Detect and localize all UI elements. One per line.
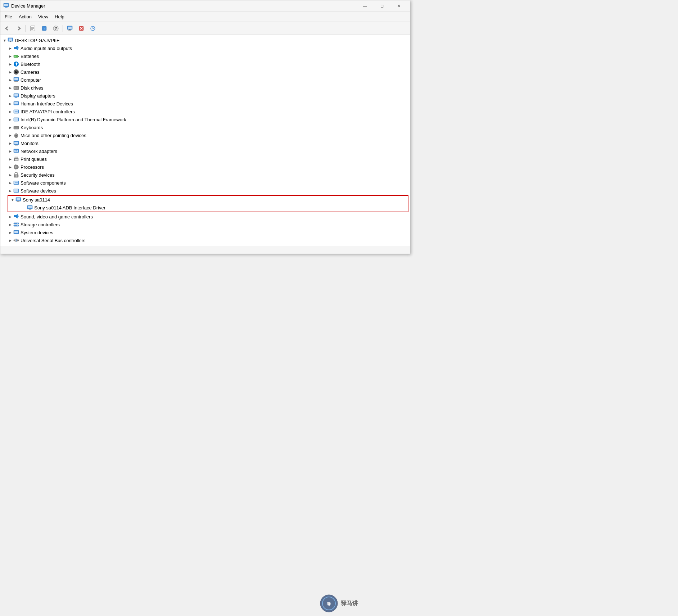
computer-expander[interactable]: ►	[8, 77, 13, 83]
svg-text:驿: 驿	[327, 602, 331, 606]
svg-rect-59	[14, 128, 18, 128]
tree-item-mice[interactable]: ► Mice and other pointing devices	[0, 131, 410, 139]
keyboards-expander[interactable]: ►	[8, 124, 13, 130]
close-button[interactable]: ✕	[391, 1, 407, 11]
svg-rect-3	[5, 8, 8, 8]
sony-child-icon	[27, 205, 33, 210]
uninstall-button[interactable]	[76, 23, 87, 33]
tree-item-processors[interactable]: ► Processors	[0, 163, 410, 171]
sound-expander[interactable]: ►	[8, 214, 13, 219]
svg-rect-58	[17, 127, 18, 127]
hid-expander[interactable]: ►	[8, 101, 13, 107]
svg-rect-57	[16, 127, 17, 127]
tree-item-ide[interactable]: ► IDE ATA/ATAPI controllers	[0, 108, 410, 116]
cameras-icon	[13, 69, 19, 75]
software-expander[interactable]: ►	[8, 180, 13, 186]
mice-expander[interactable]: ►	[8, 132, 13, 138]
minimize-button[interactable]: —	[357, 1, 373, 11]
sony-expander[interactable]: ▼	[10, 197, 15, 203]
svg-rect-97	[29, 209, 31, 210]
diskdrives-icon	[13, 85, 19, 91]
tree-item-print[interactable]: ► Print queues	[0, 155, 410, 163]
toolbar: ↑ ?	[0, 22, 410, 35]
menu-file[interactable]: File	[2, 13, 15, 21]
menu-help[interactable]: Help	[52, 13, 67, 21]
tree-content[interactable]: ▼ DESKTOP-GAJVP6E ► Audio	[0, 35, 410, 246]
update-driver-button[interactable]: ↑	[39, 23, 50, 33]
svg-rect-88	[14, 181, 18, 184]
audio-expander[interactable]: ►	[8, 45, 13, 51]
svg-rect-36	[14, 78, 18, 80]
menu-view[interactable]: View	[35, 13, 51, 21]
tree-item-monitors[interactable]: ► Monitors	[0, 139, 410, 147]
tree-item-sysdevices[interactable]: ► System devices	[0, 228, 410, 236]
diskdrives-expander[interactable]: ►	[8, 85, 13, 91]
audio-icon	[13, 45, 19, 51]
ide-expander[interactable]: ►	[8, 109, 13, 114]
intel-expander[interactable]: ►	[8, 117, 13, 122]
tree-item-batteries[interactable]: ► Batteries	[0, 52, 410, 60]
processors-label: Processors	[21, 164, 44, 170]
storage-expander[interactable]: ►	[8, 222, 13, 227]
print-icon	[13, 156, 19, 162]
network-icon	[13, 148, 19, 154]
tree-item-intel[interactable]: ► Intel(R) Dynamic Platform and Thermal …	[0, 116, 410, 123]
keyboards-icon	[13, 124, 19, 130]
software-icon	[13, 180, 19, 186]
tree-item-audio[interactable]: ► Audio inputs and outputs	[0, 44, 410, 52]
tree-item-bluetooth[interactable]: ► ⬆ Bluetooth	[0, 60, 410, 68]
tree-item-softwaredev[interactable]: ► Software devices	[0, 187, 410, 195]
tree-item-computer[interactable]: ► Computer	[0, 76, 410, 84]
tree-item-sony-child[interactable]: ► Sony sa0114 ADB Interface Driver	[8, 204, 408, 212]
tree-item-hid[interactable]: ► Human Interface Devices	[0, 100, 410, 108]
scan-hardware-button[interactable]	[87, 23, 98, 33]
tree-root[interactable]: ▼ DESKTOP-GAJVP6E	[0, 36, 410, 44]
menu-action[interactable]: Action	[16, 13, 35, 21]
forward-button[interactable]	[13, 23, 24, 33]
tree-item-diskdrives[interactable]: ► Disk drives	[0, 84, 410, 92]
network-expander[interactable]: ►	[8, 148, 13, 154]
svg-rect-105	[14, 231, 18, 233]
batteries-label: Batteries	[21, 54, 39, 59]
security-label: Security devices	[21, 172, 55, 178]
title-bar: Device Manager — ◻ ✕	[0, 0, 410, 12]
tree-item-keyboards[interactable]: ► Keyboards	[0, 123, 410, 131]
maximize-button[interactable]: ◻	[374, 1, 390, 11]
tree-item-sony[interactable]: ▼ Sony sa0114	[8, 196, 408, 204]
toolbar-separator-1	[26, 25, 26, 32]
svg-rect-38	[14, 81, 18, 82]
tree-item-network[interactable]: ► Network adapters	[0, 147, 410, 155]
bluetooth-label: Bluetooth	[21, 62, 40, 67]
tree-item-cameras[interactable]: ► Cameras	[0, 68, 410, 76]
security-expander[interactable]: ►	[8, 172, 13, 178]
monitors-expander[interactable]: ►	[8, 140, 13, 146]
softwaredev-label: Software devices	[21, 188, 56, 194]
help-button[interactable]: ?	[50, 23, 61, 33]
show-devices-button[interactable]	[64, 23, 75, 33]
bluetooth-expander[interactable]: ►	[8, 61, 13, 67]
sysdevices-expander[interactable]: ►	[8, 230, 13, 235]
softwaredev-expander[interactable]: ►	[8, 188, 13, 194]
batteries-expander[interactable]: ►	[8, 53, 13, 59]
watermark: 驿 驿马讲	[320, 594, 358, 612]
tree-item-sound[interactable]: ► Sound, video and game controllers	[0, 213, 410, 221]
displayadapters-expander[interactable]: ►	[8, 93, 13, 99]
tree-item-storage[interactable]: ► Storage controllers	[0, 221, 410, 228]
properties-button[interactable]	[27, 23, 38, 33]
processors-expander[interactable]: ►	[8, 164, 13, 170]
root-expander[interactable]: ▼	[2, 37, 8, 43]
processors-icon	[13, 164, 19, 170]
print-expander[interactable]: ►	[8, 156, 13, 162]
cameras-expander[interactable]: ►	[8, 69, 13, 75]
tree-item-usb[interactable]: ► Universal Serial Bus controllers	[0, 236, 410, 244]
back-button[interactable]	[2, 23, 13, 33]
tree-item-security[interactable]: ► Security devices	[0, 171, 410, 179]
keyboards-label: Keyboards	[21, 125, 43, 130]
title-icon	[3, 3, 9, 9]
tree-item-displayadapters[interactable]: ► Display adapters	[0, 92, 410, 100]
tree-item-software[interactable]: ► Software components	[0, 179, 410, 187]
svg-marker-25	[16, 46, 18, 50]
mice-label: Mice and other pointing devices	[21, 133, 86, 138]
usb-expander[interactable]: ►	[8, 237, 13, 243]
toolbar-separator-2	[63, 25, 63, 32]
